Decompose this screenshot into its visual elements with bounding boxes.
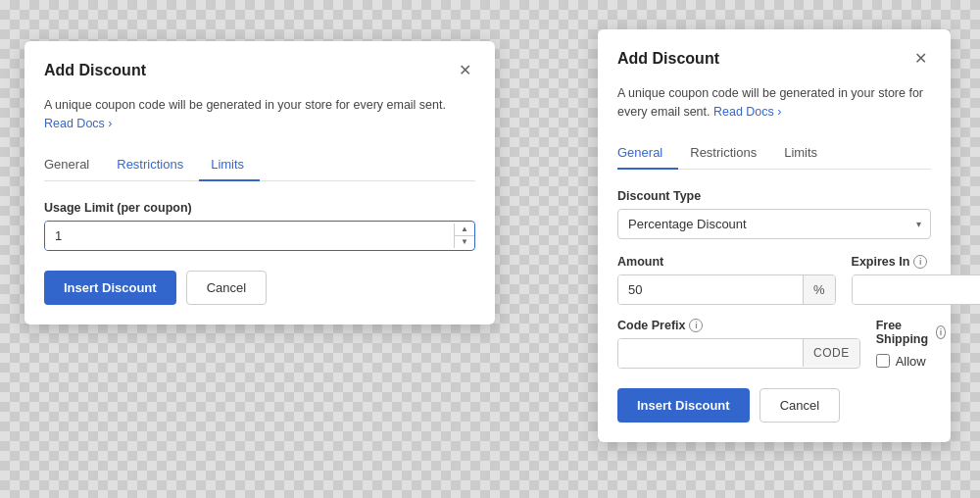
code-prefix-col: Code Prefix i CODE	[617, 319, 860, 369]
expires-info-icon: i	[913, 255, 927, 269]
amount-input-wrapper: %	[617, 274, 836, 305]
dialog1-tabs: General Restrictions Limits	[44, 149, 475, 181]
dialog1-cancel-button[interactable]: Cancel	[186, 271, 267, 305]
amount-input[interactable]	[618, 275, 803, 304]
code-prefix-info-icon: i	[689, 319, 703, 332]
dialog1-insert-button[interactable]: Insert Discount	[44, 271, 176, 305]
dialog1-description: A unique coupon code will be generated i…	[44, 96, 475, 133]
usage-limit-stepper: ▲ ▼	[454, 224, 474, 248]
amount-suffix: %	[803, 275, 835, 304]
free-shipping-info-icon: i	[936, 325, 946, 339]
discount-type-section: Discount Type Percentage Discount Fixed …	[617, 189, 931, 239]
dialog1-read-docs-link[interactable]: Read Docs ›	[44, 117, 112, 130]
free-shipping-allow-row: Allow	[876, 354, 946, 369]
free-shipping-col: Free Shipping i Allow	[876, 319, 946, 369]
dialog2-tab-restrictions[interactable]: Restrictions	[678, 137, 772, 170]
usage-limit-label: Usage Limit (per coupon)	[44, 201, 475, 215]
dialog2-close-button[interactable]: ✕	[910, 49, 931, 69]
amount-col: Amount %	[617, 255, 836, 305]
dialog1-tab-general[interactable]: General	[44, 149, 105, 181]
dialog1-tab-restrictions[interactable]: Restrictions	[105, 149, 199, 181]
dialog2-tabs: General Restrictions Limits	[617, 137, 931, 170]
dialog1-close-button[interactable]: ✕	[455, 61, 475, 80]
discount-type-select-wrapper: Percentage Discount Fixed Amount Free Sh…	[617, 209, 931, 239]
dialog2-insert-button[interactable]: Insert Discount	[617, 388, 750, 423]
dialog1-tab-limits[interactable]: Limits	[199, 149, 260, 181]
dialog2-header: Add Discount ✕	[617, 49, 931, 69]
code-suffix-label: CODE	[803, 339, 859, 367]
expires-input-wrapper: ▲ ▼ Days	[852, 274, 980, 305]
dialog2-description: A unique coupon code will be generated i…	[617, 84, 931, 122]
allow-label: Allow	[896, 354, 926, 369]
amount-label: Amount	[617, 255, 836, 269]
dialog1-button-row: Insert Discount Cancel	[44, 271, 475, 305]
usage-limit-input-wrapper: ▲ ▼	[44, 221, 475, 251]
code-prefix-input-wrapper: CODE	[617, 338, 860, 369]
dialog2-button-row: Insert Discount Cancel	[617, 388, 931, 423]
free-shipping-label: Free Shipping i	[876, 319, 946, 346]
dialog2-cancel-button[interactable]: Cancel	[760, 388, 840, 423]
dialog1-title: Add Discount	[44, 62, 146, 79]
usage-limit-input[interactable]	[45, 222, 454, 250]
dialog1-header: Add Discount ✕	[44, 61, 475, 80]
expires-label: Expires In i	[852, 255, 980, 269]
expires-input[interactable]	[853, 275, 980, 304]
expires-col: Expires In i ▲ ▼ Days	[852, 255, 980, 305]
dialog2-title: Add Discount	[617, 50, 719, 68]
add-discount-dialog-2: Add Discount ✕ A unique coupon code will…	[598, 29, 951, 442]
code-prefix-label: Code Prefix i	[617, 319, 860, 332]
code-prefix-input[interactable]	[618, 339, 803, 368]
code-prefix-free-shipping-row: Code Prefix i CODE Free Shipping i Allow	[617, 319, 931, 369]
dialog2-tab-general[interactable]: General	[617, 137, 678, 170]
amount-expires-row: Amount % Expires In i ▲ ▼ Days	[617, 255, 931, 305]
free-shipping-checkbox[interactable]	[876, 354, 890, 368]
usage-limit-increment[interactable]: ▲	[455, 224, 474, 236]
discount-type-label: Discount Type	[617, 189, 931, 203]
add-discount-dialog-1: Add Discount ✕ A unique coupon code will…	[24, 41, 495, 324]
usage-limit-section: Usage Limit (per coupon) ▲ ▼	[44, 201, 475, 251]
usage-limit-decrement[interactable]: ▼	[455, 236, 474, 248]
discount-type-select[interactable]: Percentage Discount Fixed Amount Free Sh…	[617, 209, 931, 239]
dialog2-read-docs-link[interactable]: Read Docs ›	[713, 105, 781, 119]
dialog2-tab-limits[interactable]: Limits	[772, 137, 833, 170]
